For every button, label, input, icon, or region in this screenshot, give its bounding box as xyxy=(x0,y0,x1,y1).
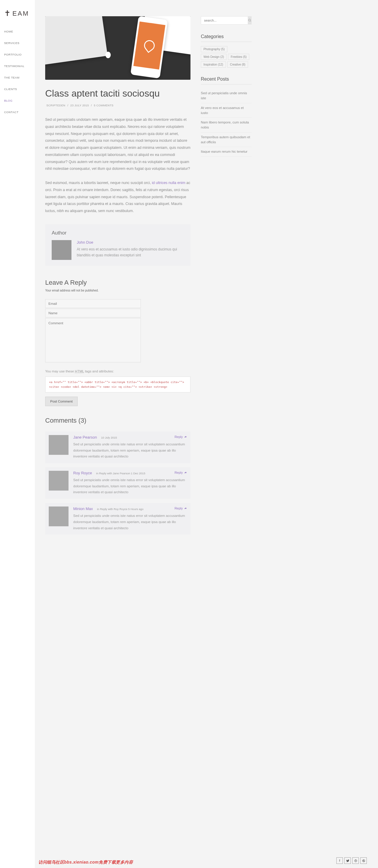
svg-point-0 xyxy=(248,19,250,21)
comment-meta: in Reply with Roy Royce 5 Hours ago xyxy=(97,507,143,510)
meta-comments[interactable]: 5 COMMENTS xyxy=(94,104,114,107)
recent-post-item[interactable]: Itaque earum rerum hic tenetur xyxy=(201,147,252,157)
nav-item-the-team[interactable]: THE TEAM xyxy=(4,76,35,79)
recent-post-item[interactable]: Sed ut perspiciatis unde omnis iste xyxy=(201,89,252,103)
recent-post-item[interactable]: At vero eos et accusamus et iusto xyxy=(201,103,252,118)
recent-posts-heading: Recent Posts xyxy=(201,76,252,85)
inline-link[interactable]: id ultrices nulla enim xyxy=(152,181,185,185)
search-input[interactable] xyxy=(201,16,248,25)
comment-meta: in Reply with Jane Pearson 1 Dec 2015 xyxy=(96,472,145,475)
comments-heading: Comments (3) xyxy=(45,417,190,425)
nav-list: HOMESERVICESPORTFOLIOTESTIMONIALTHE TEAM… xyxy=(4,30,35,114)
right-sidebar: Categories Photography (5)Web Design (2)… xyxy=(201,16,252,539)
comment-meta: 10 July 2015 xyxy=(101,436,117,439)
comment-text: Sed ut perspiciatis unde omnis iste natu… xyxy=(73,513,187,531)
post-comment-button[interactable]: Post Comment xyxy=(45,397,78,406)
author-avatar xyxy=(52,240,71,260)
comment-author[interactable]: Minion Max xyxy=(73,506,93,511)
comment-field[interactable] xyxy=(45,318,141,362)
author-bio: At vero eos et accusamus et iusto odio d… xyxy=(77,246,184,258)
logo[interactable]: ✝ EAM xyxy=(4,9,35,18)
recent-post-item[interactable]: Nam libero tempore, cum soluta nobis xyxy=(201,118,252,133)
nav-item-portfolio[interactable]: PORTFOLIO xyxy=(4,53,35,56)
recent-posts-list: Sed ut perspiciatis unde omnis isteAt ve… xyxy=(201,89,252,157)
svg-line-1 xyxy=(250,21,251,22)
nav-item-blog[interactable]: BLOG xyxy=(4,99,35,102)
post-paragraph: Sed euismod, mauris a lobortis laoreet, … xyxy=(45,180,190,215)
comment-text: Sed ut perspiciatis unde omnis iste natu… xyxy=(73,477,187,495)
category-tag[interactable]: Web Design (2) xyxy=(201,54,226,60)
reply-link[interactable]: Reply xyxy=(175,435,187,439)
meta-author[interactable]: SCRIPTEDEN xyxy=(46,104,65,107)
earbud-graphic xyxy=(132,66,137,73)
category-tag[interactable]: Photography (5) xyxy=(201,46,227,52)
category-tag[interactable]: Freebies (5) xyxy=(228,54,249,60)
comment-avatar xyxy=(49,471,68,491)
tag-list: Photography (5)Web Design (2)Freebies (5… xyxy=(201,46,252,68)
comments-list: Jane Pearson10 July 2015Reply Sed ut per… xyxy=(45,432,190,534)
post-meta: SCRIPTEDEN / 23 JULY 2015 / 5 COMMENTS xyxy=(45,104,190,107)
recent-post-item[interactable]: Temporibus autem quibusdam et aut offici… xyxy=(201,133,252,147)
nav-item-contact[interactable]: CONTACT xyxy=(4,111,35,114)
keyboard-graphic xyxy=(45,16,107,65)
post-title: Class aptent taciti sociosqu xyxy=(45,88,190,99)
author-name[interactable]: John Doe xyxy=(77,240,184,245)
main: Class aptent taciti sociosqu SCRIPTEDEN … xyxy=(35,0,378,574)
comment: Roy Roycein Reply with Jane Pearson 1 De… xyxy=(45,467,190,499)
nav-item-services[interactable]: SERVICES xyxy=(4,41,35,44)
reply-icon xyxy=(184,435,187,438)
comment-text: Sed ut perspiciatis unde omnis iste natu… xyxy=(73,441,187,460)
search-button[interactable] xyxy=(248,16,252,25)
reply-link[interactable]: Reply xyxy=(175,506,187,510)
content-column: Class aptent taciti sociosqu SCRIPTEDEN … xyxy=(45,16,190,539)
comment: Minion Maxin Reply with Roy Royce 5 Hour… xyxy=(45,503,190,534)
email-field[interactable] xyxy=(45,299,141,308)
allowed-tags-code: <a href="" title=""> <abbr title=""> <ac… xyxy=(45,377,190,393)
comment: Jane Pearson10 July 2015Reply Sed ut per… xyxy=(45,432,190,463)
post-paragraph: Sed ut perspiciatis undotam rem aperiam,… xyxy=(45,116,190,173)
search-icon xyxy=(248,19,252,22)
reply-note: Your email address will not be published… xyxy=(45,289,190,292)
hero-image xyxy=(45,16,190,80)
author-heading: Author xyxy=(52,230,184,236)
html-hint: You may use these HTML tags and attribut… xyxy=(45,369,190,373)
comment-avatar xyxy=(49,435,68,455)
comment-author[interactable]: Roy Royce xyxy=(73,471,92,475)
reply-icon xyxy=(184,507,187,510)
reply-heading: Leave A Reply xyxy=(45,279,190,286)
logo-icon: ✝ xyxy=(4,9,11,18)
category-tag[interactable]: Creative (8) xyxy=(227,61,248,68)
category-tag[interactable]: Inspiration (12) xyxy=(201,61,226,68)
name-field[interactable] xyxy=(45,309,141,317)
left-nav: ✝ EAM HOMESERVICESPORTFOLIOTESTIMONIALTH… xyxy=(0,0,35,574)
meta-date: 23 JULY 2015 xyxy=(70,104,89,107)
comment-author[interactable]: Jane Pearson xyxy=(73,435,97,439)
reply-link[interactable]: Reply xyxy=(175,471,187,474)
nav-item-clients[interactable]: CLIENTS xyxy=(4,87,35,91)
comment-avatar xyxy=(49,506,68,526)
search-wrap xyxy=(201,16,252,25)
categories-heading: Categories xyxy=(201,34,252,42)
reply-icon xyxy=(184,471,187,474)
earbud-graphic xyxy=(105,52,111,58)
logo-text: EAM xyxy=(12,10,29,18)
nav-item-testimonial[interactable]: TESTIMONIAL xyxy=(4,64,35,68)
author-box: Author John Doe At vero eos et accusamus… xyxy=(45,224,190,266)
nav-item-home[interactable]: HOME xyxy=(4,30,35,33)
